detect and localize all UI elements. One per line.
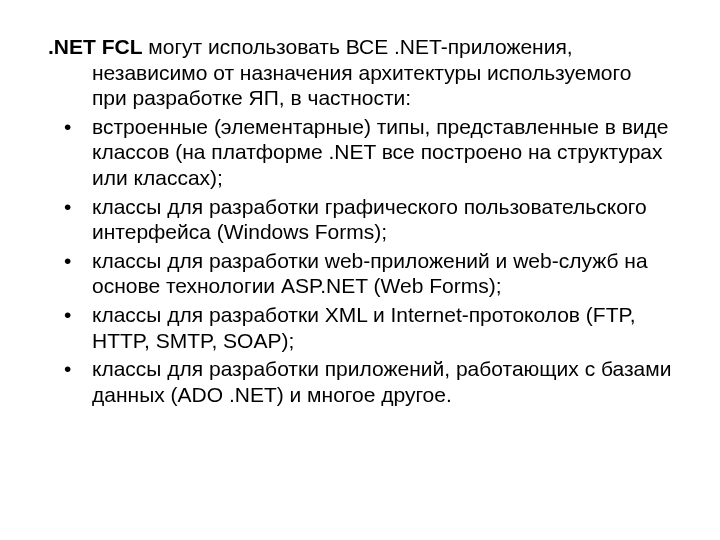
list-item: классы для разработки web-приложений и w… (48, 248, 672, 299)
intro-rest: могут использовать ВСЕ .NET-приложения, … (92, 35, 631, 109)
list-item: классы для разработки графического польз… (48, 194, 672, 245)
intro-paragraph: .NET FCL могут использовать ВСЕ .NET-при… (48, 34, 672, 111)
slide: .NET FCL могут использовать ВСЕ .NET-при… (0, 0, 720, 540)
list-item: встроенные (элементарные) типы, представ… (48, 114, 672, 191)
bullet-list: встроенные (элементарные) типы, представ… (48, 114, 672, 408)
intro-bold: .NET FCL (48, 35, 143, 58)
list-item: классы для разработки приложений, работа… (48, 356, 672, 407)
list-item: классы для разработки XML и Internet-про… (48, 302, 672, 353)
